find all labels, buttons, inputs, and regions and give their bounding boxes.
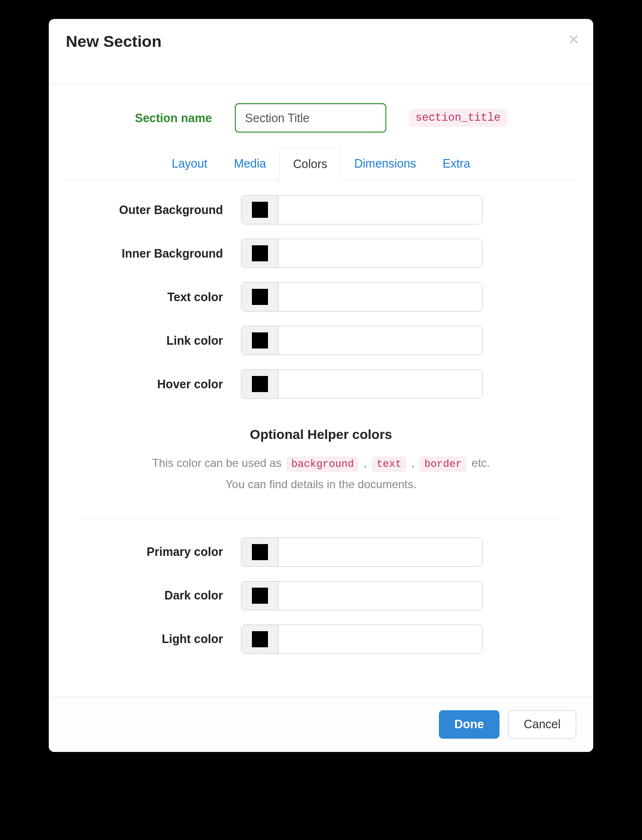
helper-text: etc. — [468, 456, 490, 469]
tab-dimensions[interactable]: Dimensions — [341, 147, 429, 181]
color-input-group — [241, 581, 482, 610]
tab-layout[interactable]: Layout — [159, 147, 221, 181]
tabs: Layout Media Colors Dimensions Extra — [66, 147, 576, 181]
tab-extra[interactable]: Extra — [429, 147, 483, 181]
color-swatch-button[interactable] — [241, 538, 278, 566]
helper-section: Optional Helper colors This color can be… — [66, 427, 576, 494]
code-pill-border: border — [419, 456, 466, 472]
field-dark-color: Dark color — [66, 581, 576, 610]
cancel-button[interactable]: Cancel — [508, 710, 576, 739]
color-swatch-button[interactable] — [241, 370, 278, 398]
color-swatch-icon — [252, 631, 268, 647]
outer-background-input[interactable] — [278, 196, 482, 224]
field-link-color: Link color — [66, 326, 576, 355]
color-swatch-icon — [252, 245, 268, 261]
done-button[interactable]: Done — [439, 710, 500, 739]
section-slug-badge: section_title — [409, 109, 507, 127]
helper-text: This color can be used as — [152, 456, 285, 469]
field-label: Hover color — [66, 377, 241, 391]
code-pill-background: background — [286, 456, 358, 472]
color-swatch-button[interactable] — [241, 581, 278, 610]
form-body: Outer Background Inner Background Text c… — [49, 181, 593, 697]
field-label: Text color — [66, 290, 241, 304]
helper-text: , — [360, 456, 370, 469]
dark-color-input[interactable] — [278, 581, 482, 610]
field-label: Inner Background — [66, 247, 241, 260]
field-outer-background: Outer Background — [66, 195, 576, 224]
link-color-input[interactable] — [278, 326, 482, 355]
color-swatch-button[interactable] — [241, 283, 278, 311]
color-swatch-icon — [252, 544, 268, 560]
color-swatch-button[interactable] — [241, 196, 278, 224]
light-color-input[interactable] — [278, 625, 482, 653]
field-inner-background: Inner Background — [66, 239, 576, 268]
tab-colors[interactable]: Colors — [279, 147, 341, 181]
helper-description: This color can be used as background , t… — [66, 453, 576, 494]
color-input-group — [241, 326, 482, 355]
color-input-group — [241, 195, 482, 224]
hover-color-input[interactable] — [278, 370, 482, 398]
field-hover-color: Hover color — [66, 369, 576, 399]
field-label: Dark color — [66, 589, 241, 602]
field-label: Outer Background — [66, 203, 241, 217]
field-primary-color: Primary color — [66, 537, 576, 567]
color-swatch-icon — [252, 202, 268, 218]
modal-header: New Section × — [49, 19, 593, 84]
divider — [83, 518, 559, 518]
field-text-color: Text color — [66, 282, 576, 312]
field-label: Primary color — [66, 545, 241, 559]
color-input-group — [241, 537, 482, 567]
color-swatch-icon — [252, 376, 268, 392]
tab-media[interactable]: Media — [221, 147, 279, 181]
new-section-modal: New Section × Section name section_title… — [49, 19, 593, 752]
color-swatch-button[interactable] — [241, 239, 278, 268]
helper-title: Optional Helper colors — [66, 427, 576, 442]
color-input-group — [241, 282, 482, 312]
inner-background-input[interactable] — [278, 239, 482, 268]
field-label: Link color — [66, 334, 241, 348]
field-light-color: Light color — [66, 625, 576, 654]
color-swatch-button[interactable] — [241, 326, 278, 355]
color-input-group — [241, 239, 482, 268]
color-swatch-button[interactable] — [241, 625, 278, 653]
primary-color-input[interactable] — [278, 538, 482, 566]
color-swatch-icon — [252, 332, 268, 349]
modal-title: New Section — [66, 32, 576, 51]
modal-footer: Done Cancel — [49, 697, 593, 752]
color-swatch-icon — [252, 588, 268, 604]
code-pill-text: text — [372, 456, 406, 472]
color-swatch-icon — [252, 289, 268, 305]
helper-text: , — [408, 456, 418, 469]
text-color-input[interactable] — [278, 283, 482, 311]
field-label: Light color — [66, 632, 241, 646]
color-input-group — [241, 369, 482, 399]
section-name-row: Section name section_title — [49, 84, 593, 147]
section-name-label: Section name — [135, 111, 212, 125]
close-icon[interactable]: × — [569, 30, 579, 48]
section-name-input[interactable] — [235, 103, 386, 133]
helper-text: You can find details in the documents. — [225, 478, 416, 491]
color-input-group — [241, 625, 482, 654]
